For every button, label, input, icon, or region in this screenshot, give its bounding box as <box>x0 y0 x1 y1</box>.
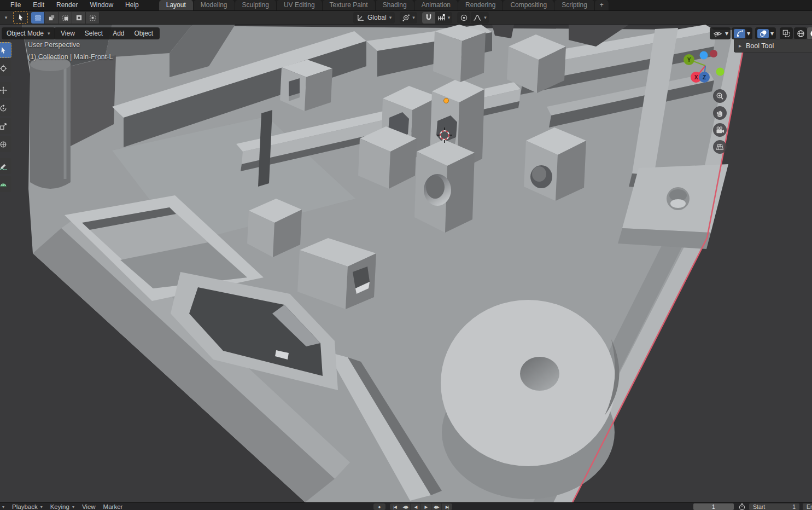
menu-render[interactable]: Render <box>50 0 84 10</box>
zoom-icon <box>716 92 724 100</box>
jump-to-end-button[interactable]: ▶| <box>442 503 452 510</box>
viewport-menu-add[interactable]: Add <box>108 30 128 37</box>
jump-to-start-button[interactable]: |◀ <box>390 503 400 510</box>
main-menubar: File Edit Render Window Help <box>0 0 145 10</box>
tab-shading[interactable]: Shading <box>376 0 414 10</box>
viewport-3d[interactable]: Object Mode ▾ View Select Add Object ▾ <box>0 25 812 502</box>
view-perspective-label: User Perspective <box>28 41 80 49</box>
stopwatch-icon <box>738 503 746 510</box>
timeline-menu-view[interactable]: View <box>82 503 96 510</box>
snap-toggle-button[interactable] <box>422 12 435 24</box>
tool-settings-bar: ▾ <box>0 10 812 25</box>
navigation-axis-gizmo[interactable]: Y X Z <box>675 44 735 86</box>
start-label: Start <box>753 503 765 510</box>
transform-orientation-dropdown[interactable]: Global ▾ <box>353 12 395 24</box>
wireframe-globe-icon <box>796 29 805 38</box>
viewport-menus: View Select Add Object <box>54 27 160 39</box>
shading-wireframe-button[interactable] <box>794 27 807 39</box>
mode-dropdown[interactable]: Object Mode ▾ <box>2 27 55 39</box>
current-frame-field[interactable]: 1 <box>693 503 734 510</box>
snap-target-dropdown[interactable]: ▾ <box>435 12 453 24</box>
tool-cursor[interactable] <box>0 60 11 76</box>
frame-start-field[interactable]: Start 1 <box>749 503 799 510</box>
camera-view-button[interactable] <box>713 123 727 137</box>
previous-keyframe-button[interactable]: ◀◆ <box>400 503 411 510</box>
tab-layout[interactable]: Layout <box>159 0 194 10</box>
axis-label-z: Z <box>703 74 706 80</box>
timeline-editor-type-dropdown[interactable]: ▾ <box>2 505 4 509</box>
tab-animation[interactable]: Animation <box>414 0 458 10</box>
tab-modeling[interactable]: Modeling <box>194 0 235 10</box>
auto-keying-record-button[interactable]: ● <box>373 503 385 510</box>
shading-solid-button[interactable] <box>807 27 812 39</box>
tool-annotate[interactable] <box>0 158 11 174</box>
tab-sculpting[interactable]: Sculpting <box>235 0 277 10</box>
tool-scale[interactable] <box>0 118 11 134</box>
object-origin-point[interactable] <box>443 98 449 103</box>
menu-edit[interactable]: Edit <box>27 0 50 10</box>
select-mode-intersect-button[interactable] <box>86 12 100 24</box>
play-button[interactable]: ▶ <box>421 503 431 510</box>
axis-ball-neg-y[interactable] <box>716 68 725 76</box>
next-keyframe-button[interactable]: ◆▶ <box>431 503 442 510</box>
frame-end-field[interactable]: End <box>803 503 812 510</box>
toggle-projection-button[interactable] <box>713 140 727 154</box>
bool-tool-label: Bool Tool <box>746 42 774 50</box>
toggle-xray-button[interactable] <box>780 27 793 39</box>
tab-scripting[interactable]: Scripting <box>554 0 595 10</box>
zoom-view-button[interactable] <box>713 89 727 103</box>
timeline-menu-marker[interactable]: Marker <box>103 503 123 510</box>
scale-tool-icon <box>0 123 7 130</box>
show-gizmo-dropdown[interactable]: ▾ <box>732 27 752 39</box>
proportional-editing-toggle[interactable] <box>457 12 470 24</box>
falloff-curve-icon <box>473 14 482 22</box>
viewport-menu-select[interactable]: Select <box>80 30 107 37</box>
menu-window[interactable]: Window <box>84 0 119 10</box>
tool-select-box[interactable] <box>0 42 11 58</box>
sidebar-tab-bool-tool[interactable]: ▸ Bool Tool <box>734 39 812 53</box>
axis-ball-neg-z[interactable] <box>700 51 708 60</box>
topbar: File Edit Render Window Help Layout Mode… <box>0 0 812 10</box>
menu-help[interactable]: Help <box>119 0 145 10</box>
orientation-icon <box>357 14 365 22</box>
big-cylinder[interactable] <box>441 300 619 499</box>
tool-add-object[interactable] <box>0 176 11 192</box>
overlays-icon <box>757 29 769 38</box>
proportional-falloff-dropdown[interactable]: ▾ <box>471 12 489 24</box>
tool-move[interactable] <box>0 82 11 98</box>
snap-increment-icon <box>437 14 446 22</box>
object-visibility-dropdown[interactable]: ▾ <box>710 27 731 39</box>
select-mode-extend-button[interactable] <box>45 12 59 24</box>
tool-transform[interactable] <box>0 136 11 152</box>
tab-texture-paint[interactable]: Texture Paint <box>323 0 376 10</box>
pivot-icon <box>402 14 410 22</box>
tool-shelf <box>0 42 11 192</box>
viewport-menu-object[interactable]: Object <box>130 30 158 37</box>
move-view-button[interactable] <box>713 106 727 120</box>
panel-expand-icon: ▸ <box>739 43 741 49</box>
viewport-menu-view[interactable]: View <box>56 30 79 37</box>
scene-3d[interactable] <box>0 25 812 502</box>
timeline-menu-playback[interactable]: Playback▾ <box>12 503 43 510</box>
annotate-pencil-icon <box>0 163 7 170</box>
editor-type-dropdown[interactable]: ▾ <box>2 15 10 20</box>
axis-label-x: X <box>694 74 698 80</box>
select-mode-invert-button[interactable] <box>72 12 86 24</box>
axis-ball-neg-x[interactable] <box>710 50 717 57</box>
play-reverse-button[interactable]: ◀ <box>411 503 421 510</box>
select-mode-set-button[interactable] <box>31 12 45 24</box>
timeline-menu-keying[interactable]: Keying▾ <box>50 503 74 510</box>
menu-file[interactable]: File <box>4 0 27 10</box>
tab-uv-editing[interactable]: UV Editing <box>277 0 323 10</box>
rotate-tool-icon <box>0 105 7 112</box>
tool-rotate[interactable] <box>0 100 11 116</box>
add-workspace-button[interactable]: + <box>595 0 609 10</box>
grid-icon <box>716 143 724 150</box>
active-tool-button[interactable] <box>13 11 28 24</box>
tab-rendering[interactable]: Rendering <box>458 0 503 10</box>
camera-icon <box>716 126 725 134</box>
show-overlays-dropdown[interactable]: ▾ <box>755 27 776 39</box>
pivot-point-dropdown[interactable]: ▾ <box>400 12 417 24</box>
tab-compositing[interactable]: Compositing <box>503 0 554 10</box>
select-mode-subtract-button[interactable] <box>59 12 72 24</box>
